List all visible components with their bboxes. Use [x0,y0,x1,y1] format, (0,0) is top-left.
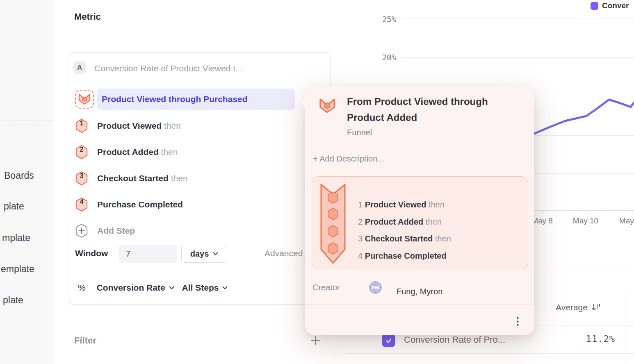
funnel-icon[interactable] [75,90,94,109]
filter-section-heading: Filter [74,335,96,346]
chevron-down-icon[interactable] [222,286,228,290]
popover-step: 1 Product Viewed then [358,196,451,214]
metric-section-heading: Metric [74,11,101,22]
add-filter-button[interactable] [310,335,321,346]
sidebar-item-template-4[interactable]: plate [3,295,23,306]
step-name: Checkout Started [97,173,169,183]
table-row-border [346,353,634,354]
add-step-plus-icon [75,223,88,238]
popover-divider [305,304,534,305]
steps-scope-dropdown[interactable]: All Steps [182,283,219,293]
table-row-label[interactable]: Conversion Rate of Pro... [404,334,505,345]
step-name: Purchase Completed [97,200,183,209]
metric-card-divider [69,269,330,269]
step-name: Product Added [97,147,159,157]
sidebar-divider [0,121,53,121]
funnel-step-row[interactable]: 4 Purchase Completed [75,196,321,213]
more-options-kebab-icon[interactable]: ⋮ [513,314,522,328]
window-label: Window [75,248,108,258]
funnel-icon [319,98,336,114]
left-sidebar [0,0,53,364]
step-number-hexagon: 2 [75,145,88,159]
popover-step: 3 Checkout Started then [358,230,451,248]
window-input[interactable] [119,245,177,263]
add-step-button[interactable]: Add Step [75,223,321,239]
funnel-glyph-icon [78,93,91,105]
step-number-hexagon: 1 [75,118,88,133]
funnel-step-row[interactable]: 2 Product Added then [75,144,321,160]
step-then-label: then [159,147,178,157]
selected-funnel-step[interactable]: Product Viewed through Purchased [97,89,295,110]
sort-descending-icon [592,303,601,312]
step-number-hexagon: 4 [75,197,88,212]
funnel-banner-icon [319,183,347,265]
chevron-down-icon[interactable] [169,286,174,290]
funnel-steps-list: 1 Product Viewed then 2 Product Added th… [358,196,451,264]
check-icon [385,337,392,344]
popover-title: From Product Viewed through Product Adde… [347,93,523,125]
advanced-link[interactable]: Advanced [265,248,303,258]
series-letter-badge: A [73,61,86,74]
chevron-down-icon [213,252,218,256]
step-number-hexagon: 3 [75,171,88,186]
app-screen: Boards plate mplate emplate plate Metric… [0,0,634,364]
sidebar-divider-dots [0,122,50,126]
funnel-details-popover: From Product Viewed through Product Adde… [305,86,534,335]
series-checkbox[interactable] [382,334,395,347]
add-description-link[interactable]: + Add Description... [313,154,384,164]
sidebar-item-template-1[interactable]: plate [4,201,24,212]
series-title[interactable]: Conversion Rate of Product Viewed t... [94,64,242,73]
sidebar-item-template-2[interactable]: mplate [2,232,30,243]
funnel-steps-card[interactable]: 1 Product Viewed then 2 Product Added th… [312,176,528,269]
popover-step: 2 Product Added then [358,214,451,231]
popover-entity-type: Funnel [347,128,372,137]
measure-percent-symbol: % [78,283,86,293]
sidebar-item-boards[interactable]: Boards [4,170,34,181]
funnel-step-row[interactable]: 1 Product Viewed then [75,118,321,134]
window-unit-dropdown[interactable]: days [181,245,227,263]
creator-name: Fung, Myron [397,287,442,296]
measure-dropdown[interactable]: Conversion Rate [97,283,165,293]
creator-label: Creator [312,283,340,292]
sidebar-item-template-3[interactable]: emplate [1,264,34,275]
funnel-step-row[interactable]: 3 Checkout Started then [75,170,321,187]
average-column-header[interactable]: Average [545,303,611,312]
table-row-average-value: 11.2% [550,334,615,344]
step-then-label: then [169,173,188,183]
step-then-label: then [162,121,181,130]
creator-avatar: FM [369,281,382,294]
popover-step: 4 Purchase Completed [358,248,451,265]
add-step-label: Add Step [97,226,135,236]
step-name: Product Viewed [97,121,162,130]
